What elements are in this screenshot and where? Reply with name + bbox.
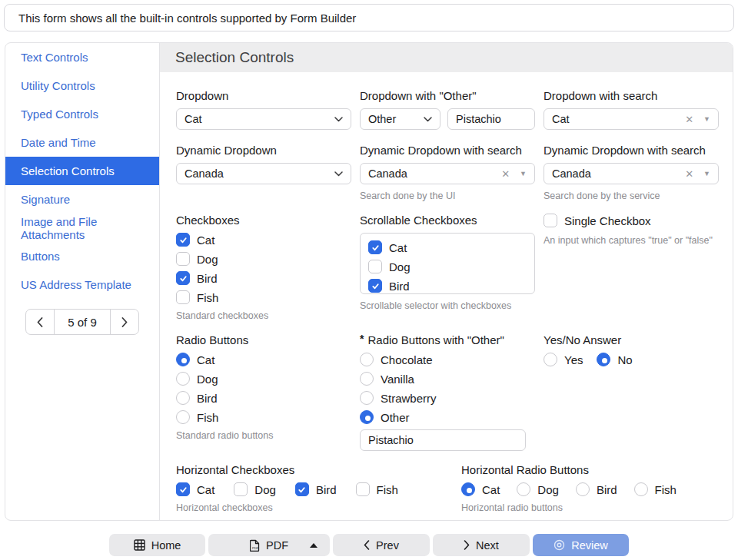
checkbox-option[interactable]: Fish: [176, 290, 353, 304]
sidebar-item-text-controls[interactable]: Text Controls: [5, 43, 159, 71]
radio-selected-icon: [360, 410, 374, 424]
chevron-right-icon: [121, 317, 128, 327]
chevron-down-icon: [334, 171, 343, 177]
radio-unselected-icon: [360, 353, 374, 366]
radio-option[interactable]: Cat: [461, 482, 500, 496]
checkbox-option[interactable]: Cat: [176, 482, 214, 496]
caret-up-icon[interactable]: [310, 543, 317, 548]
radio-other-text-input[interactable]: [360, 429, 526, 451]
radio-option-label: Strawberry: [381, 392, 437, 405]
dropdown-select[interactable]: Cat: [176, 108, 351, 130]
checkbox-option[interactable]: Dog: [368, 260, 527, 273]
sidebar-item-us-address-template[interactable]: US Address Template: [5, 270, 159, 299]
checkbox-option[interactable]: Bird: [295, 482, 337, 496]
radio-option-label: Fish: [197, 411, 218, 424]
next-page-button[interactable]: [111, 310, 138, 334]
dropdown-triangle-icon[interactable]: ▼: [520, 170, 527, 177]
radio-option-label: Yes: [564, 353, 583, 366]
dropdown-other-label: Dropdown with "Other": [360, 89, 537, 102]
radio-option-label: Dog: [197, 373, 218, 386]
radio-selected-icon: [461, 482, 475, 496]
radio-option[interactable]: Chocolate: [360, 353, 537, 366]
sidebar-item-date-and-time[interactable]: Date and Time: [5, 128, 159, 157]
chevron-down-icon: [424, 117, 432, 122]
checkbox-option[interactable]: Bird: [176, 271, 353, 285]
chevron-left-icon: [364, 540, 370, 550]
prev-page-button[interactable]: [26, 310, 54, 334]
dynamic-dropdown-search-service-value: Canada: [552, 167, 591, 180]
checkbox-option-label: Dog: [389, 260, 411, 273]
dropdown-triangle-icon[interactable]: ▼: [703, 170, 710, 177]
radio-option[interactable]: Dog: [176, 372, 353, 386]
dropdown-label: Dropdown: [176, 89, 353, 102]
sidebar-item-signature[interactable]: Signature: [5, 185, 159, 214]
clear-icon[interactable]: ✕: [501, 168, 510, 180]
checkbox-option[interactable]: Cat: [368, 240, 527, 254]
required-marker: *: [360, 333, 364, 345]
radio-option[interactable]: Strawberry: [360, 391, 537, 405]
horizontal-checkboxes-hint: Horizontal checkboxes: [176, 502, 454, 513]
dynamic-dropdown-search-service-combobox[interactable]: Canada ✕ ▼: [544, 163, 719, 184]
radio-option[interactable]: Bird: [576, 482, 617, 496]
radio-selected-icon: [176, 353, 190, 366]
sidebar-item-label: Date and Time: [21, 136, 96, 149]
checkbox-option[interactable]: Dog: [234, 482, 276, 496]
horizontal-radios-hint: Horizontal radio buttons: [461, 502, 733, 513]
prev-button[interactable]: Prev: [333, 534, 430, 556]
pdf-file-icon: PDF: [250, 539, 260, 552]
dropdown-other-select-value: Other: [368, 113, 396, 125]
sidebar-item-typed-controls[interactable]: Typed Controls: [5, 100, 159, 128]
clear-icon[interactable]: ✕: [685, 114, 693, 125]
form-description-text: This form shows all the built-in control…: [18, 12, 356, 25]
dynamic-dropdown-search-service-label: Dynamic Dropdown with search: [544, 144, 720, 157]
checkbox-option-label: Fish: [197, 291, 218, 304]
sidebar-item-utility-controls[interactable]: Utility Controls: [5, 71, 159, 100]
radio-option[interactable]: Yes: [544, 353, 583, 366]
sidebar-item-buttons[interactable]: Buttons: [5, 242, 159, 270]
radio-option[interactable]: Dog: [517, 482, 559, 496]
pdf-button[interactable]: PDF PDF: [208, 534, 330, 556]
radio-option[interactable]: No: [597, 353, 632, 366]
dropdown-other-text-input[interactable]: [447, 108, 535, 130]
home-button-label: Home: [151, 539, 181, 552]
scrollable-checkboxes-box[interactable]: Cat Dog Bird: [360, 233, 535, 294]
home-button[interactable]: Home: [109, 534, 205, 556]
checkbox-option[interactable]: Dog: [176, 252, 353, 266]
radio-option[interactable]: Bird: [176, 391, 353, 405]
sidebar-item-label: Utility Controls: [21, 79, 95, 92]
radio-option[interactable]: Cat: [176, 353, 353, 366]
checkbox-option[interactable]: Cat: [176, 233, 353, 247]
review-eye-icon: [554, 539, 565, 551]
review-button[interactable]: Review: [533, 534, 629, 556]
radio-option[interactable]: Other: [360, 410, 537, 424]
sidebar-item-selection-controls[interactable]: Selection Controls: [5, 157, 159, 185]
dropdown-search-combobox[interactable]: Cat ✕ ▼: [544, 108, 719, 130]
sidebar-item-image-file-attachments[interactable]: Image and File Attachments: [5, 214, 159, 242]
grid-icon: [134, 539, 145, 551]
dynamic-dropdown-search-ui-value: Canada: [368, 167, 407, 180]
radio-option-label: Cat: [482, 483, 500, 496]
horizontal-radios-label: Horizontal Radio Buttons: [461, 463, 733, 476]
dropdown-other-select[interactable]: Other: [360, 108, 440, 130]
scrollable-checkboxes-hint: Scrollable selector with checkboxes: [360, 300, 537, 311]
radio-unselected-icon: [176, 410, 190, 424]
dynamic-dropdown-select-value: Canada: [184, 167, 224, 180]
dropdown-triangle-icon[interactable]: ▼: [703, 115, 710, 123]
single-checkbox-hint: An input which captures "true" or "false…: [544, 235, 720, 246]
clear-icon[interactable]: ✕: [685, 168, 693, 180]
dynamic-dropdown-search-service-hint: Search done by the service: [544, 191, 720, 201]
checkbox-checked-icon: [176, 233, 190, 247]
next-button[interactable]: Next: [433, 534, 530, 556]
radio-option[interactable]: Fish: [176, 410, 353, 424]
checkbox-unchecked-icon: [234, 482, 248, 496]
radio-option[interactable]: Vanilla: [360, 372, 537, 386]
dynamic-dropdown-search-ui-combobox[interactable]: Canada ✕ ▼: [360, 163, 535, 184]
single-checkbox-option[interactable]: Single Checkbox: [544, 214, 720, 227]
radio-option[interactable]: Fish: [634, 482, 676, 496]
checkbox-option[interactable]: Fish: [356, 482, 398, 496]
checkbox-option[interactable]: Bird: [368, 279, 527, 293]
radio-unselected-icon: [360, 372, 374, 386]
dynamic-dropdown-select[interactable]: Canada: [176, 163, 351, 184]
sidebar-item-label: Signature: [21, 193, 70, 206]
main-area: Selection Controls Dropdown Cat Dropdown…: [160, 43, 733, 520]
